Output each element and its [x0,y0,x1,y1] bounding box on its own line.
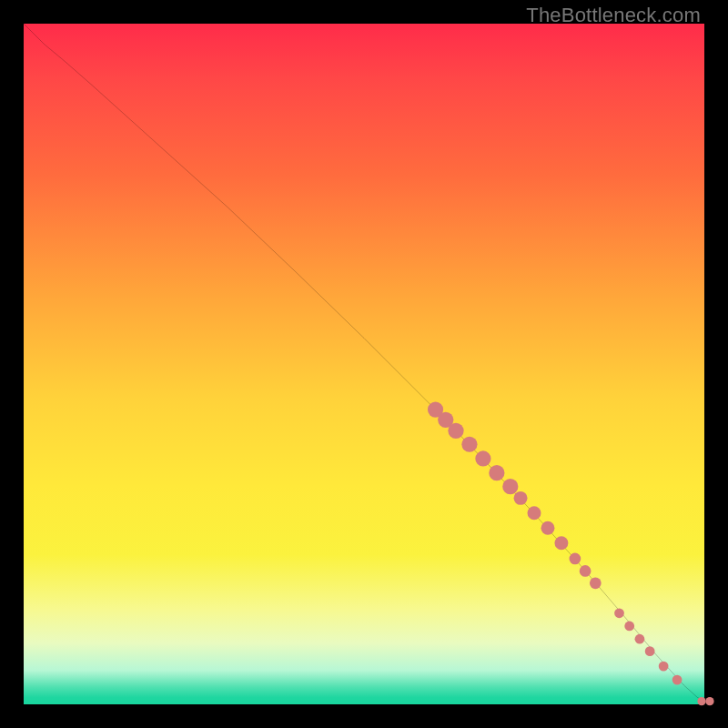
chart-svg [24,24,704,704]
data-marker [514,491,528,505]
data-marker [489,465,504,480]
data-marker [502,479,518,494]
data-marker [528,506,541,520]
data-marker [554,536,568,550]
data-marker [624,622,634,632]
data-marker [580,565,592,577]
data-marker [541,521,554,535]
data-marker [645,646,655,656]
data-marker [697,697,705,705]
data-marker [475,450,490,466]
data-marker [461,437,477,452]
data-marker [570,553,581,565]
data-marker [705,697,713,705]
data-marker [672,675,682,685]
data-marker [590,577,602,589]
marker-group [428,402,714,706]
data-marker [659,662,669,672]
data-marker [448,423,463,439]
curve-line [24,24,704,701]
data-marker [614,608,624,618]
data-marker [635,634,645,644]
